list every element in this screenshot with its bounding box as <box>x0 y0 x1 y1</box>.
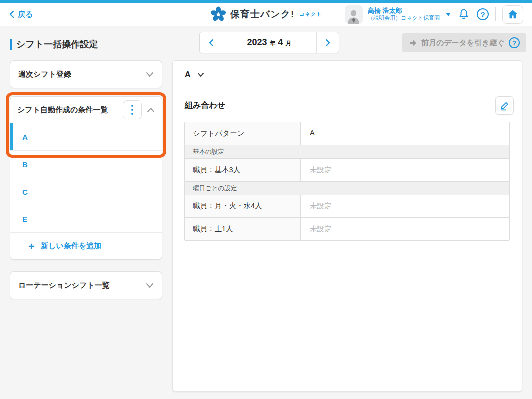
row-label: 職員：基本3人 <box>185 159 301 181</box>
condition-item-e[interactable]: E <box>10 205 162 232</box>
row-label: 職員：土1人 <box>185 218 301 240</box>
auto-create-label: シフト自動作成の条件一覧 <box>17 105 123 115</box>
brand-suffix: コネクト <box>299 11 322 18</box>
bell-icon <box>457 8 470 21</box>
current-month-label: 2023 年 4 月 <box>222 32 316 53</box>
condition-item-a[interactable]: A <box>10 123 162 150</box>
auto-create-conditions-panel: シフト自動作成の条件一覧 A B C E + 新しい条件を追加 <box>10 96 162 260</box>
chevron-right-icon <box>325 39 331 47</box>
chevron-down-icon <box>197 72 204 77</box>
help-button[interactable]: ? <box>477 8 489 20</box>
person-icon <box>346 8 361 24</box>
pattern-selector[interactable]: A <box>173 61 522 89</box>
month-unit: 月 <box>286 39 292 48</box>
user-name: 高橋 浩太郎 <box>368 7 440 15</box>
notifications-button[interactable] <box>457 8 470 21</box>
table-section-row: 曜日ごとの設定 <box>185 181 509 195</box>
carry-over-previous-month-button[interactable]: 前月のデータを引き継ぐ ? <box>402 33 526 52</box>
combination-title: 組み合わせ <box>185 100 225 111</box>
add-condition-button[interactable]: + 新しい条件を追加 <box>10 232 162 259</box>
table-section-row: 基本の設定 <box>185 145 509 158</box>
back-label: 戻る <box>18 10 33 19</box>
carry-over-label: 前月のデータを引き継ぐ <box>421 38 505 48</box>
chevron-left-icon <box>208 39 214 47</box>
add-condition-label: 新しい条件を追加 <box>41 241 101 251</box>
rotation-shift-accordion[interactable]: ローテーションシフト一覧 <box>10 271 162 299</box>
row-value: 未設定 <box>301 195 509 217</box>
month-navigator: 2023 年 4 月 <box>199 32 339 53</box>
weekly-shift-label: 週次シフト登録 <box>18 70 146 79</box>
month-value: 4 <box>278 37 283 48</box>
table-row: シフトパターン A <box>185 122 509 145</box>
section-label: 曜日ごとの設定 <box>185 182 509 195</box>
condition-item-c[interactable]: C <box>10 178 162 205</box>
arrow-right-icon <box>409 39 417 47</box>
plus-icon: + <box>28 241 34 251</box>
row-value: A <box>301 122 509 145</box>
account-menu[interactable]: 高橋 浩太郎 （説明会用）コネクト保育園 <box>345 5 451 24</box>
pattern-selected-value: A <box>185 70 191 79</box>
chevron-down-icon <box>146 72 154 77</box>
combination-section-header: 組み合わせ <box>173 89 522 120</box>
prev-month-button[interactable] <box>200 32 222 53</box>
edit-button[interactable] <box>495 96 514 115</box>
sakura-flower-icon <box>210 6 226 22</box>
row-label: 職員：月・火・水4人 <box>185 195 301 217</box>
section-label: 基本の設定 <box>185 145 509 158</box>
kebab-icon <box>131 105 133 107</box>
user-org: （説明会用）コネクト保育園 <box>368 15 440 22</box>
page-title: シフト一括操作設定 <box>10 38 98 50</box>
app-logo: 保育士バンク!コネクト <box>210 6 322 22</box>
header-divider <box>495 7 496 21</box>
condition-item-b[interactable]: B <box>10 150 162 178</box>
condition-detail-table: シフトパターン A 基本の設定 職員：基本3人 未設定 曜日ごとの設定 職員：月… <box>184 122 510 241</box>
table-row: 職員：月・火・水4人 未設定 <box>185 195 509 217</box>
year-unit: 年 <box>270 39 276 48</box>
row-label: シフトパターン <box>185 122 301 145</box>
table-row: 職員：基本3人 未設定 <box>185 158 509 181</box>
app-header: 戻る 保育士バンク!コネクト 高橋 浩太郎 <box>0 3 532 26</box>
pencil-icon <box>499 100 510 111</box>
home-button[interactable] <box>502 5 523 24</box>
weekly-shift-accordion[interactable]: 週次シフト登録 <box>10 60 162 88</box>
sidebar: 週次シフト登録 シフト自動作成の条件一覧 A B C E + 新しい条件を追加 … <box>10 60 162 299</box>
brand-name: 保育士バンク! <box>230 8 295 21</box>
home-icon <box>507 9 518 20</box>
row-value: 未設定 <box>301 159 509 181</box>
auto-create-accordion[interactable]: シフト自動作成の条件一覧 <box>10 97 162 123</box>
rotation-shift-label: ローテーションシフト一覧 <box>18 281 146 290</box>
chevron-left-icon <box>9 10 14 18</box>
toolbar: シフト一括操作設定 2023 年 4 月 前月のデータを引き継ぐ ? <box>0 26 532 60</box>
main-panel: A 組み合わせ シフトパターン A 基本の設定 職員：基本3人 未設定 <box>172 60 522 391</box>
question-icon: ? <box>509 37 520 48</box>
table-row: 職員：土1人 未設定 <box>185 217 509 240</box>
back-button[interactable]: 戻る <box>9 10 33 19</box>
question-icon: ? <box>477 8 489 20</box>
chevron-down-icon <box>146 283 154 288</box>
row-value: 未設定 <box>301 218 509 240</box>
chevron-up-icon <box>147 107 155 113</box>
year-value: 2023 <box>247 37 267 48</box>
conditions-menu-button[interactable] <box>123 100 142 119</box>
next-month-button[interactable] <box>316 32 339 53</box>
avatar <box>345 5 363 24</box>
chevron-down-icon <box>446 13 451 16</box>
